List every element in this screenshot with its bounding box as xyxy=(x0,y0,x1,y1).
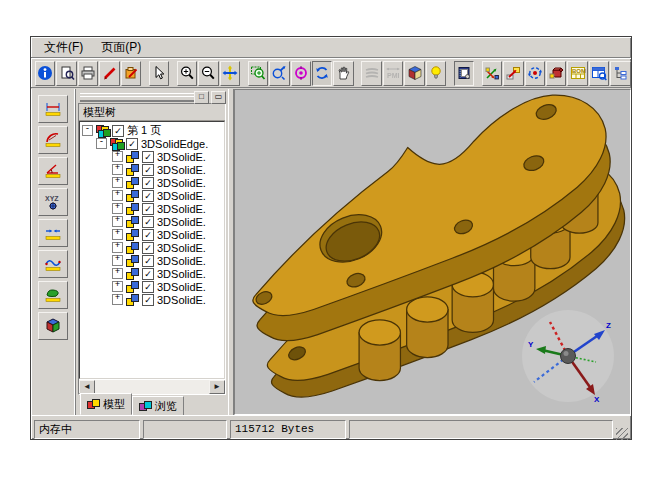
select-arrow-button[interactable] xyxy=(149,61,169,86)
measure-volume-button[interactable] xyxy=(38,312,68,340)
move-part-button[interactable] xyxy=(503,61,523,86)
tree-item-label: 第 1 页 xyxy=(127,123,161,138)
tree-item-part[interactable]: + ✓ 3DSolidE. xyxy=(82,241,224,254)
tree-area[interactable]: - ✓ 第 1 页 - ✓ 3DSolidEdge. + xyxy=(79,121,225,379)
markup-pen-button[interactable] xyxy=(99,61,119,86)
rotate-button[interactable] xyxy=(312,61,332,86)
part-icon xyxy=(125,190,140,202)
transform-axes-button[interactable] xyxy=(482,61,502,86)
expand-icon[interactable]: + xyxy=(112,151,123,162)
notebook-icon xyxy=(456,65,472,81)
menu-page[interactable]: 页面(P) xyxy=(92,37,150,58)
collapse-icon[interactable]: - xyxy=(96,138,107,149)
expand-icon[interactable]: + xyxy=(112,255,123,266)
attribute-table-button[interactable] xyxy=(589,61,609,86)
measure-curve-button[interactable] xyxy=(38,250,68,278)
bom-button[interactable]: BOM xyxy=(567,61,587,86)
collapse-icon[interactable]: - xyxy=(82,125,93,136)
expand-icon[interactable]: + xyxy=(112,164,123,175)
measure-angle-button[interactable] xyxy=(38,157,68,185)
print-preview-button[interactable] xyxy=(56,61,76,86)
tree-item-part[interactable]: + ✓ 3DSolidE. xyxy=(82,189,224,202)
checkbox[interactable]: ✓ xyxy=(142,255,154,267)
expand-icon[interactable]: + xyxy=(112,281,123,292)
zoom-window-button[interactable] xyxy=(248,61,268,86)
rotate-icon xyxy=(314,65,330,81)
rotate-center-button[interactable] xyxy=(291,61,311,86)
explode-button[interactable] xyxy=(546,61,566,86)
resize-grip[interactable] xyxy=(616,428,628,440)
status-bytes: 115712 Bytes xyxy=(230,420,346,439)
rotate-part-button[interactable] xyxy=(525,61,545,86)
expand-icon[interactable]: + xyxy=(112,229,123,240)
tree-item-part[interactable]: + ✓ 3DSolidE. xyxy=(82,293,224,306)
checkbox[interactable]: ✓ xyxy=(142,190,154,202)
panel-float-button[interactable]: □ xyxy=(194,91,209,104)
hand-pan-button[interactable] xyxy=(333,61,353,86)
expand-icon[interactable]: + xyxy=(112,203,123,214)
menu-file[interactable]: 文件(F) xyxy=(35,37,92,58)
checkbox[interactable]: ✓ xyxy=(126,138,138,150)
pmi-button[interactable]: PMI xyxy=(383,61,403,86)
scroll-left-arrow[interactable]: ◄ xyxy=(79,380,95,394)
tree-item-part[interactable]: + ✓ 3DSolidE. xyxy=(82,215,224,228)
expand-icon[interactable]: + xyxy=(112,268,123,279)
measure-length-button[interactable] xyxy=(38,95,68,123)
status-memory: 内存中 xyxy=(34,420,140,439)
measure-distance-button[interactable] xyxy=(38,219,68,247)
tree-horizontal-scrollbar[interactable]: ◄ ► xyxy=(79,379,225,394)
lighting-button[interactable] xyxy=(426,61,446,86)
tab-browse[interactable]: 浏览 xyxy=(132,396,184,415)
expand-icon[interactable]: + xyxy=(112,177,123,188)
checkbox[interactable]: ✓ xyxy=(142,268,154,280)
tree-item-part[interactable]: + ✓ 3DSolidE. xyxy=(82,280,224,293)
checkbox[interactable]: ✓ xyxy=(142,164,154,176)
expand-icon[interactable]: + xyxy=(112,242,123,253)
checkbox[interactable]: ✓ xyxy=(142,151,154,163)
checkbox[interactable]: ✓ xyxy=(142,216,154,228)
info-button[interactable] xyxy=(35,61,55,86)
layers-button[interactable] xyxy=(361,61,381,86)
zoom-out-button[interactable] xyxy=(198,61,218,86)
checkbox[interactable]: ✓ xyxy=(142,177,154,189)
checkbox[interactable]: ✓ xyxy=(142,229,154,241)
checkbox[interactable]: ✓ xyxy=(142,242,154,254)
checkbox[interactable]: ✓ xyxy=(142,203,154,215)
measure-coordinate-button[interactable]: XYZ xyxy=(38,188,68,216)
checkbox[interactable]: ✓ xyxy=(112,125,124,137)
render-mode-button[interactable] xyxy=(404,61,424,86)
pmi-icon: PMI xyxy=(385,65,401,81)
viewport-3d[interactable]: Z X Y xyxy=(234,89,631,415)
tree-item-part[interactable]: + ✓ 3DSolidE. xyxy=(82,163,224,176)
tree-item-part[interactable]: + ✓ 3DSolidE. xyxy=(82,202,224,215)
tree-item-part[interactable]: + ✓ 3DSolidE. xyxy=(82,150,224,163)
checkbox[interactable]: ✓ xyxy=(142,281,154,293)
model-tree-button[interactable] xyxy=(610,61,630,86)
tree-item-part[interactable]: + ✓ 3DSolidE. xyxy=(82,254,224,267)
tree-item-page[interactable]: - ✓ 第 1 页 xyxy=(82,124,224,137)
zoom-in-button[interactable] xyxy=(177,61,197,86)
tree-item-part[interactable]: + ✓ 3DSolidE. xyxy=(82,267,224,280)
measure-radius-button[interactable] xyxy=(38,126,68,154)
scroll-right-arrow[interactable]: ► xyxy=(209,380,225,394)
checkbox[interactable]: ✓ xyxy=(142,294,154,306)
expand-icon[interactable]: + xyxy=(112,216,123,227)
tree-item-part[interactable]: + ✓ 3DSolidE. xyxy=(82,176,224,189)
tab-model[interactable]: 模型 xyxy=(80,393,132,415)
measure-area-button[interactable] xyxy=(38,281,68,309)
pan-button[interactable] xyxy=(220,61,240,86)
zoom-dynamic-button[interactable] xyxy=(269,61,289,86)
tree-item-part[interactable]: + ✓ 3DSolidE. xyxy=(82,228,224,241)
expand-icon[interactable]: + xyxy=(112,294,123,305)
markup-pen-icon xyxy=(102,65,118,81)
orientation-trackball[interactable]: Z X Y xyxy=(520,308,616,404)
print-button[interactable] xyxy=(78,61,98,86)
panel-hide-button[interactable]: ▭ xyxy=(211,91,226,104)
tree-item-assembly[interactable]: - ✓ 3DSolidEdge. xyxy=(82,137,224,150)
scroll-track[interactable] xyxy=(95,380,209,394)
markup-file-button[interactable] xyxy=(121,61,141,86)
expand-icon[interactable]: + xyxy=(112,190,123,201)
notebook-button[interactable] xyxy=(454,61,474,86)
panel-grip-bar[interactable]: □ ▭ xyxy=(78,91,226,102)
part-icon xyxy=(125,203,140,215)
